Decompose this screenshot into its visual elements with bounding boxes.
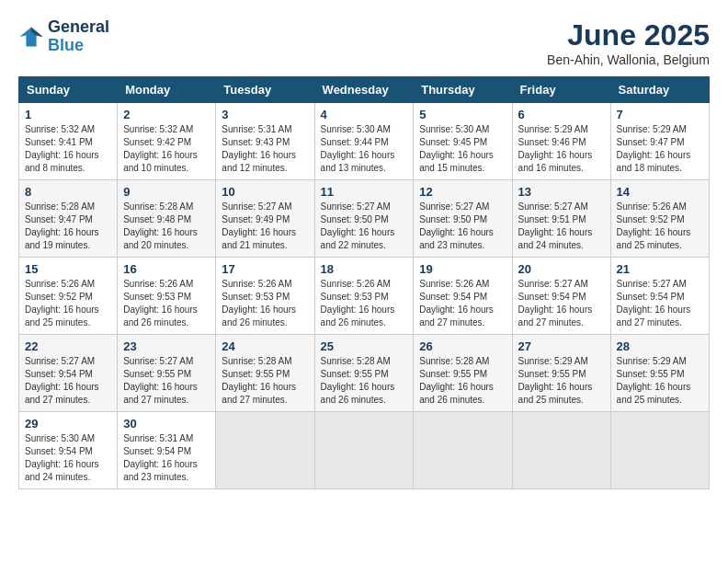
page-header: General Blue June 2025 Ben-Ahin, Walloni… [18, 18, 710, 67]
day-number: 26 [419, 339, 506, 353]
day-number: 1 [25, 108, 111, 121]
calendar-day-cell: 23Sunrise: 5:27 AM Sunset: 9:55 PM Dayli… [118, 335, 216, 412]
day-info: Sunrise: 5:28 AM Sunset: 9:47 PM Dayligh… [25, 201, 111, 252]
logo-icon [18, 24, 44, 50]
calendar-day-cell: 22Sunrise: 5:27 AM Sunset: 9:54 PM Dayli… [19, 335, 118, 412]
day-info: Sunrise: 5:27 AM Sunset: 9:54 PM Dayligh… [617, 278, 703, 329]
title-area: June 2025 Ben-Ahin, Wallonia, Belgium [547, 18, 710, 67]
day-number: 21 [617, 262, 703, 276]
calendar-day-cell: 17Sunrise: 5:26 AM Sunset: 9:53 PM Dayli… [216, 258, 314, 335]
day-number: 23 [123, 339, 210, 353]
day-info: Sunrise: 5:30 AM Sunset: 9:44 PM Dayligh… [321, 123, 408, 175]
day-number: 25 [321, 339, 408, 353]
weekday-header: Thursday [414, 77, 512, 103]
calendar-day-cell: 5Sunrise: 5:30 AM Sunset: 9:45 PM Daylig… [414, 103, 512, 180]
calendar-header-row: SundayMondayTuesdayWednesdayThursdayFrid… [19, 77, 710, 103]
day-info: Sunrise: 5:27 AM Sunset: 9:54 PM Dayligh… [25, 355, 111, 407]
calendar-day-cell: 2Sunrise: 5:32 AM Sunset: 9:42 PM Daylig… [118, 103, 216, 180]
day-info: Sunrise: 5:29 AM Sunset: 9:47 PM Dayligh… [617, 123, 703, 175]
day-number: 4 [321, 108, 408, 121]
calendar-week-row: 15Sunrise: 5:26 AM Sunset: 9:52 PM Dayli… [19, 258, 710, 335]
day-info: Sunrise: 5:29 AM Sunset: 9:55 PM Dayligh… [617, 355, 703, 407]
month-title: June 2025 [547, 18, 710, 52]
day-number: 9 [123, 185, 210, 199]
weekday-header: Monday [118, 77, 216, 103]
calendar-week-row: 29Sunrise: 5:30 AM Sunset: 9:54 PM Dayli… [19, 412, 710, 489]
logo-line1: General [48, 18, 109, 37]
day-number: 7 [617, 108, 703, 121]
calendar-week-row: 22Sunrise: 5:27 AM Sunset: 9:54 PM Dayli… [19, 335, 710, 412]
weekday-header: Sunday [19, 77, 118, 103]
weekday-header: Tuesday [216, 77, 314, 103]
day-number: 13 [518, 185, 605, 199]
weekday-header: Saturday [610, 77, 709, 103]
calendar-day-cell: 13Sunrise: 5:27 AM Sunset: 9:51 PM Dayli… [512, 180, 610, 258]
day-info: Sunrise: 5:32 AM Sunset: 9:42 PM Dayligh… [123, 123, 210, 175]
calendar-day-cell: 25Sunrise: 5:28 AM Sunset: 9:55 PM Dayli… [314, 335, 414, 412]
calendar-day-cell: 29Sunrise: 5:30 AM Sunset: 9:54 PM Dayli… [19, 412, 118, 489]
calendar-day-cell [216, 412, 314, 489]
day-info: Sunrise: 5:31 AM Sunset: 9:43 PM Dayligh… [222, 123, 308, 175]
day-info: Sunrise: 5:29 AM Sunset: 9:55 PM Dayligh… [518, 355, 605, 407]
calendar-day-cell [414, 412, 512, 489]
day-info: Sunrise: 5:27 AM Sunset: 9:51 PM Dayligh… [518, 201, 605, 252]
calendar-day-cell: 27Sunrise: 5:29 AM Sunset: 9:55 PM Dayli… [512, 335, 610, 412]
calendar-day-cell: 7Sunrise: 5:29 AM Sunset: 9:47 PM Daylig… [610, 103, 709, 180]
day-info: Sunrise: 5:27 AM Sunset: 9:54 PM Dayligh… [518, 278, 605, 329]
calendar-day-cell: 16Sunrise: 5:26 AM Sunset: 9:53 PM Dayli… [118, 258, 216, 335]
day-number: 8 [25, 185, 111, 199]
day-number: 28 [617, 339, 703, 353]
day-number: 24 [222, 339, 308, 353]
calendar-week-row: 1Sunrise: 5:32 AM Sunset: 9:41 PM Daylig… [19, 103, 710, 180]
calendar-day-cell: 15Sunrise: 5:26 AM Sunset: 9:52 PM Dayli… [19, 258, 118, 335]
day-number: 29 [25, 417, 111, 431]
day-info: Sunrise: 5:28 AM Sunset: 9:48 PM Dayligh… [123, 201, 210, 252]
calendar-day-cell: 10Sunrise: 5:27 AM Sunset: 9:49 PM Dayli… [216, 180, 314, 258]
day-number: 10 [222, 185, 308, 199]
day-info: Sunrise: 5:26 AM Sunset: 9:53 PM Dayligh… [123, 278, 210, 329]
day-number: 19 [419, 262, 506, 276]
calendar-day-cell [610, 412, 709, 489]
day-number: 2 [123, 108, 210, 121]
day-info: Sunrise: 5:26 AM Sunset: 9:53 PM Dayligh… [321, 278, 408, 329]
day-number: 20 [518, 262, 605, 276]
calendar-day-cell: 9Sunrise: 5:28 AM Sunset: 9:48 PM Daylig… [118, 180, 216, 258]
day-info: Sunrise: 5:30 AM Sunset: 9:54 PM Dayligh… [25, 432, 111, 484]
day-info: Sunrise: 5:26 AM Sunset: 9:52 PM Dayligh… [617, 201, 703, 252]
calendar-day-cell: 24Sunrise: 5:28 AM Sunset: 9:55 PM Dayli… [216, 335, 314, 412]
day-number: 12 [419, 185, 506, 199]
day-info: Sunrise: 5:32 AM Sunset: 9:41 PM Dayligh… [25, 123, 111, 175]
calendar-day-cell: 18Sunrise: 5:26 AM Sunset: 9:53 PM Dayli… [314, 258, 414, 335]
calendar-day-cell: 11Sunrise: 5:27 AM Sunset: 9:50 PM Dayli… [314, 180, 414, 258]
day-number: 6 [518, 108, 605, 121]
day-info: Sunrise: 5:26 AM Sunset: 9:53 PM Dayligh… [222, 278, 308, 329]
weekday-header: Friday [512, 77, 610, 103]
calendar-day-cell: 14Sunrise: 5:26 AM Sunset: 9:52 PM Dayli… [610, 180, 709, 258]
calendar-day-cell: 20Sunrise: 5:27 AM Sunset: 9:54 PM Dayli… [512, 258, 610, 335]
calendar-day-cell: 30Sunrise: 5:31 AM Sunset: 9:54 PM Dayli… [118, 412, 216, 489]
day-number: 17 [222, 262, 308, 276]
calendar-day-cell: 21Sunrise: 5:27 AM Sunset: 9:54 PM Dayli… [610, 258, 709, 335]
calendar-day-cell [512, 412, 610, 489]
day-number: 3 [222, 108, 308, 121]
calendar-day-cell: 1Sunrise: 5:32 AM Sunset: 9:41 PM Daylig… [19, 103, 118, 180]
calendar-day-cell: 6Sunrise: 5:29 AM Sunset: 9:46 PM Daylig… [512, 103, 610, 180]
calendar-day-cell: 26Sunrise: 5:28 AM Sunset: 9:55 PM Dayli… [414, 335, 512, 412]
day-number: 27 [518, 339, 605, 353]
day-info: Sunrise: 5:26 AM Sunset: 9:52 PM Dayligh… [25, 278, 111, 329]
day-number: 16 [123, 262, 210, 276]
calendar-day-cell: 8Sunrise: 5:28 AM Sunset: 9:47 PM Daylig… [19, 180, 118, 258]
day-number: 11 [321, 185, 408, 199]
day-number: 15 [25, 262, 111, 276]
day-info: Sunrise: 5:29 AM Sunset: 9:46 PM Dayligh… [518, 123, 605, 175]
day-number: 30 [123, 417, 210, 431]
day-info: Sunrise: 5:27 AM Sunset: 9:49 PM Dayligh… [222, 201, 308, 252]
day-info: Sunrise: 5:27 AM Sunset: 9:55 PM Dayligh… [123, 355, 210, 407]
logo: General Blue [18, 18, 109, 55]
day-info: Sunrise: 5:31 AM Sunset: 9:54 PM Dayligh… [123, 432, 210, 484]
day-info: Sunrise: 5:28 AM Sunset: 9:55 PM Dayligh… [419, 355, 506, 407]
calendar-day-cell: 4Sunrise: 5:30 AM Sunset: 9:44 PM Daylig… [314, 103, 414, 180]
day-info: Sunrise: 5:26 AM Sunset: 9:54 PM Dayligh… [419, 278, 506, 329]
day-number: 22 [25, 339, 111, 353]
calendar-day-cell: 3Sunrise: 5:31 AM Sunset: 9:43 PM Daylig… [216, 103, 314, 180]
